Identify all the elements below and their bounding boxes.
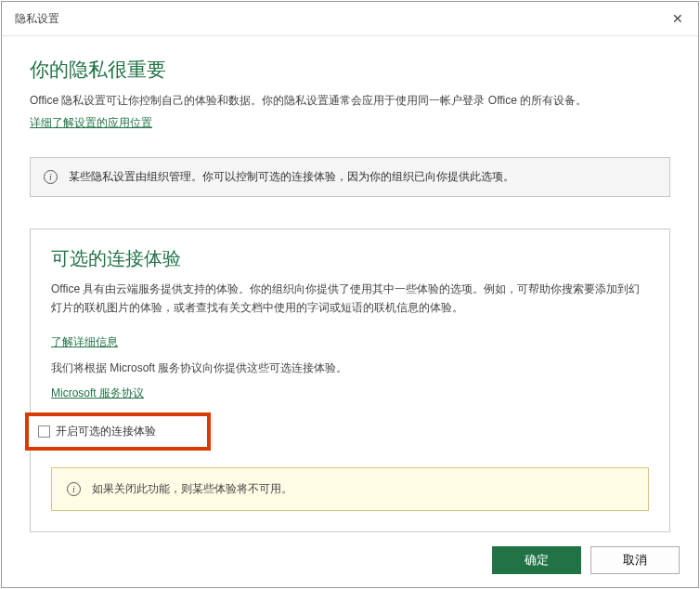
checkbox-highlight: 开启可选的连接体验 bbox=[25, 412, 211, 451]
optional-learn-more-link[interactable]: 了解详细信息 bbox=[51, 334, 118, 350]
emphasis-box: 开启可选的连接体验 bbox=[25, 412, 211, 451]
titlebar: 隐私设置 ✕ bbox=[2, 2, 698, 36]
agreement-intro: 我们将根据 Microsoft 服务协议向你提供这些可选连接体验。 bbox=[51, 360, 649, 378]
org-managed-text: 某些隐私设置由组织管理。你可以控制可选的连接体验，因为你的组织已向你提供此选项。 bbox=[69, 169, 514, 185]
info-icon: i bbox=[67, 482, 81, 496]
optional-body: Office 具有由云端服务提供支持的体验。你的组织向你提供了使用其中一些体验的… bbox=[51, 281, 649, 318]
optional-experiences-section: 可选的连接体验 Office 具有由云端服务提供支持的体验。你的组织向你提供了使… bbox=[30, 229, 670, 531]
close-icon: ✕ bbox=[672, 11, 683, 26]
enable-optional-checkbox-row[interactable]: 开启可选的连接体验 bbox=[38, 424, 198, 439]
intro-body: Office 隐私设置可让你控制自己的体验和数据。你的隐私设置通常会应用于使用同… bbox=[30, 92, 670, 110]
optional-heading: 可选的连接体验 bbox=[51, 246, 649, 271]
privacy-settings-dialog: 隐私设置 ✕ 你的隐私很重要 Office 隐私设置可让你控制自己的体验和数据。… bbox=[1, 1, 699, 588]
window-title: 隐私设置 bbox=[15, 11, 59, 27]
warning-text: 如果关闭此功能，则某些体验将不可用。 bbox=[92, 481, 292, 497]
enable-optional-checkbox[interactable] bbox=[38, 425, 50, 438]
button-bar: 确定 取消 bbox=[2, 535, 698, 587]
warning-banner: i 如果关闭此功能，则某些体验将不可用。 bbox=[51, 467, 649, 511]
close-button[interactable]: ✕ bbox=[667, 7, 689, 30]
ok-button[interactable]: 确定 bbox=[492, 546, 581, 574]
org-managed-banner: i 某些隐私设置由组织管理。你可以控制可选的连接体验，因为你的组织已向你提供此选… bbox=[30, 157, 670, 197]
service-agreement-link[interactable]: Microsoft 服务协议 bbox=[51, 386, 144, 401]
info-icon: i bbox=[44, 170, 58, 184]
enable-optional-label: 开启可选的连接体验 bbox=[56, 424, 156, 439]
intro-heading: 你的隐私很重要 bbox=[30, 57, 670, 83]
intro-learn-more-link[interactable]: 详细了解设置的应用位置 bbox=[30, 115, 152, 131]
dialog-content: 你的隐私很重要 Office 隐私设置可让你控制自己的体验和数据。你的隐私设置通… bbox=[2, 36, 698, 535]
cancel-button[interactable]: 取消 bbox=[590, 546, 680, 574]
